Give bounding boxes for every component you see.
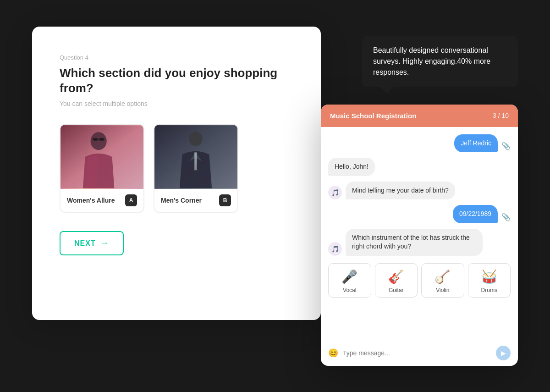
question-title: Which section did you enjoy shopping fro… xyxy=(60,66,298,97)
options-grid: Women's Allure A xyxy=(60,124,298,213)
guitar-emoji: 🎸 xyxy=(388,269,404,284)
guitar-label: Guitar xyxy=(389,287,404,293)
chat-footer: 😊 ▶ xyxy=(321,340,518,366)
womens-option-key: A xyxy=(125,194,137,206)
message-dob-a: 📎 09/22/1989 xyxy=(328,205,511,223)
message-input[interactable] xyxy=(343,349,491,357)
violin-emoji: 🪕 xyxy=(434,269,451,284)
drums-label: Drums xyxy=(481,287,497,293)
bubble-dob-a: 09/22/1989 xyxy=(453,205,498,223)
bubble-instrument-q: Which instrument of the lot has struck t… xyxy=(346,229,483,256)
bubble-jeff: Jeff Redric xyxy=(454,134,498,153)
instrument-grid: 🎤 Vocal 🎸 Guitar 🪕 Violin 🥁 Drums xyxy=(328,263,511,298)
option-mens[interactable]: Men's Corner B xyxy=(154,124,238,213)
vocal-label: Vocal xyxy=(343,287,356,293)
message-dob-q: 🎵 Mind telling me your date of birth? xyxy=(328,182,511,200)
svg-rect-3 xyxy=(99,138,104,141)
svg-point-1 xyxy=(91,132,107,150)
send-button[interactable]: ▶ xyxy=(496,346,511,360)
drums-emoji: 🥁 xyxy=(481,269,497,284)
next-button[interactable]: NEXT → xyxy=(60,231,124,255)
message-jeff: 📎 Jeff Redric xyxy=(328,134,511,153)
attach-icon-2: 📎 xyxy=(501,213,511,221)
chat-title: Music School Registration xyxy=(330,112,416,120)
tooltip: Beautifully designed conversational surv… xyxy=(362,36,518,87)
mens-option-name: Men's Corner xyxy=(161,197,202,204)
svg-rect-7 xyxy=(194,152,197,170)
send-icon: ▶ xyxy=(501,349,506,357)
message-hello: Hello, John! xyxy=(328,158,511,176)
svg-rect-2 xyxy=(93,138,98,141)
chat-card: Music School Registration 3 / 10 📎 Jeff … xyxy=(321,105,518,366)
next-arrow-icon: → xyxy=(100,238,109,248)
question-subtitle: You can select multiple options xyxy=(60,100,298,107)
question-label: Question 4 xyxy=(60,54,298,61)
bot-avatar-2: 🎵 xyxy=(328,242,342,256)
chat-progress: 3 / 10 xyxy=(493,112,509,119)
survey-card: Question 4 Which section did you enjoy s… xyxy=(32,27,321,320)
message-instrument-q: 🎵 Which instrument of the lot has struck… xyxy=(328,229,511,256)
instrument-drums[interactable]: 🥁 Drums xyxy=(468,263,511,298)
bubble-hello: Hello, John! xyxy=(328,158,375,176)
vocal-emoji: 🎤 xyxy=(341,269,358,284)
tooltip-text: Beautifully designed conversational surv… xyxy=(373,46,490,76)
emoji-button[interactable]: 😊 xyxy=(328,348,338,358)
instrument-violin[interactable]: 🪕 Violin xyxy=(421,263,464,298)
instrument-vocal[interactable]: 🎤 Vocal xyxy=(328,263,371,298)
womens-option-name: Women's Allure xyxy=(67,197,115,204)
svg-point-6 xyxy=(189,132,202,146)
option-womens[interactable]: Women's Allure A xyxy=(60,124,144,213)
chat-header: Music School Registration 3 / 10 xyxy=(321,105,518,127)
bubble-dob-q: Mind telling me your date of birth? xyxy=(346,182,455,200)
chat-body: 📎 Jeff Redric Hello, John! 🎵 Mind tellin… xyxy=(321,127,518,340)
attach-icon: 📎 xyxy=(501,142,511,150)
mens-option-key: B xyxy=(219,194,231,206)
next-label: NEXT xyxy=(74,239,96,248)
bot-avatar-1: 🎵 xyxy=(328,186,342,199)
instrument-guitar[interactable]: 🎸 Guitar xyxy=(375,263,418,298)
violin-label: Violin xyxy=(436,287,449,293)
